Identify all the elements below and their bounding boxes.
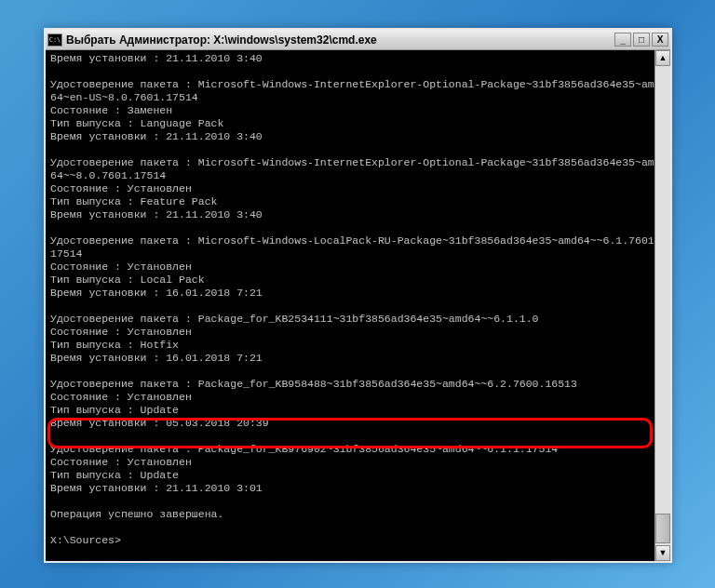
vertical-scrollbar: ▲ ▼ <box>654 50 670 561</box>
close-button[interactable]: X <box>652 33 668 47</box>
cmd-window: C:\ Выбрать Администратор: X:\windows\sy… <box>44 28 672 563</box>
scroll-thumb[interactable] <box>655 514 670 543</box>
minimize-button[interactable]: _ <box>614 33 631 47</box>
scroll-up-button[interactable]: ▲ <box>655 50 670 66</box>
titlebar[interactable]: C:\ Выбрать Администратор: X:\windows\sy… <box>46 30 670 50</box>
window-controls: _ □ X <box>614 33 668 47</box>
maximize-button[interactable]: □ <box>633 33 650 47</box>
scroll-track[interactable] <box>655 66 670 545</box>
scroll-down-button[interactable]: ▼ <box>655 545 670 561</box>
console-area: Время установки : 21.11.2010 3:40 Удосто… <box>46 50 670 561</box>
cmd-icon: C:\ <box>47 33 62 47</box>
console-output[interactable]: Время установки : 21.11.2010 3:40 Удосто… <box>46 50 670 549</box>
window-title: Выбрать Администратор: X:\windows\system… <box>66 33 614 47</box>
